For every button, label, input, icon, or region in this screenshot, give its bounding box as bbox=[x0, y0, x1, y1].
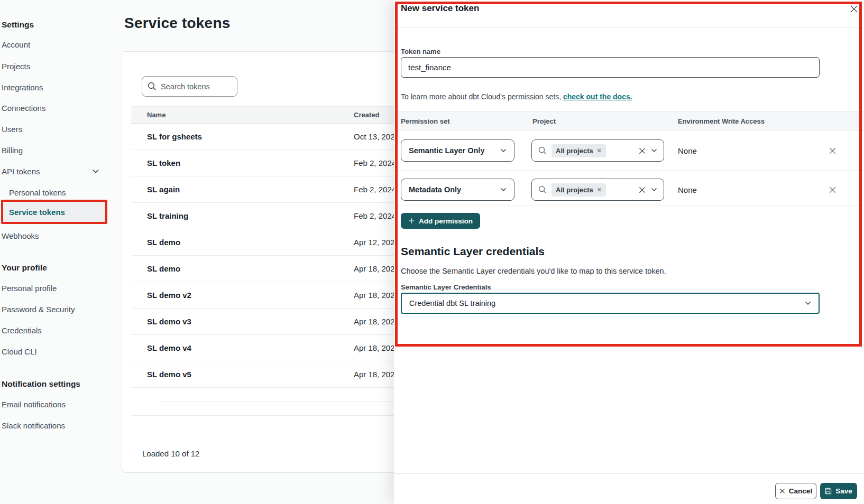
sidebar-item-projects[interactable]: Projects bbox=[2, 62, 30, 71]
docs-text: To learn more about dbt Cloud's permissi… bbox=[401, 92, 563, 101]
token-name-label: Token name bbox=[401, 48, 440, 55]
remove-permission-icon[interactable] bbox=[826, 184, 838, 195]
sidebar-item-webhooks[interactable]: Webhooks bbox=[2, 231, 39, 240]
column-header-environment-write-access: Environment Write Access bbox=[678, 117, 765, 125]
sidebar-item-service-tokens-label[interactable]: Service tokens bbox=[9, 208, 65, 217]
chevron-down-icon bbox=[500, 148, 507, 153]
sidebar-item-api-tokens-label: API tokens bbox=[2, 167, 40, 176]
project-multiselect[interactable]: All projects ✕ bbox=[531, 139, 664, 162]
sidebar-item-account[interactable]: Account bbox=[2, 40, 30, 49]
cancel-button[interactable]: Cancel bbox=[775, 483, 816, 499]
token-name-input[interactable] bbox=[401, 57, 820, 78]
save-button[interactable]: Save bbox=[820, 483, 857, 499]
drawer-title: New service token bbox=[401, 3, 479, 14]
sidebar-item-personal-profile[interactable]: Personal profile bbox=[2, 284, 57, 293]
project-chip: All projects ✕ bbox=[552, 144, 606, 157]
token-name: SL demo v5 bbox=[147, 370, 191, 379]
loaded-count: Loaded 10 of 12 bbox=[142, 449, 199, 458]
environment-write-access-value: None bbox=[678, 146, 697, 155]
settings-sidebar: Settings Account Projects Integrations C… bbox=[0, 0, 114, 504]
column-header-permission-set: Permission set bbox=[401, 117, 450, 125]
search-tokens-box[interactable] bbox=[142, 76, 237, 97]
sidebar-item-connections[interactable]: Connections bbox=[2, 104, 45, 113]
cancel-label: Cancel bbox=[789, 487, 812, 495]
search-icon bbox=[148, 82, 157, 91]
semantic-layer-credentials-value: Credential dbt SL training bbox=[409, 299, 495, 307]
search-tokens-input[interactable] bbox=[161, 82, 224, 91]
new-service-token-drawer: New service token Token name To learn mo… bbox=[394, 0, 864, 504]
divider bbox=[394, 473, 864, 474]
project-multiselect[interactable]: All projects ✕ bbox=[531, 179, 664, 201]
chip-remove-icon[interactable]: ✕ bbox=[597, 186, 602, 193]
column-header-project: Project bbox=[532, 117, 556, 125]
docs-line: To learn more about dbt Cloud's permissi… bbox=[401, 92, 632, 101]
sidebar-item-password-security[interactable]: Password & Security bbox=[2, 305, 75, 314]
semantic-layer-credentials-label: Semantic Layer Credentials bbox=[401, 283, 491, 291]
sidebar-heading-notification-settings: Notification settings bbox=[2, 379, 80, 389]
close-icon bbox=[779, 488, 785, 494]
sidebar-item-personal-tokens[interactable]: Personal tokens bbox=[9, 188, 66, 197]
save-icon bbox=[825, 488, 832, 494]
permission-set-value: Metadata Only bbox=[409, 185, 461, 194]
column-header-created: Created bbox=[354, 111, 379, 119]
environment-write-access-value: None bbox=[678, 185, 697, 194]
sidebar-item-billing[interactable]: Billing bbox=[2, 146, 23, 155]
divider bbox=[394, 205, 864, 206]
divider bbox=[394, 27, 864, 28]
token-name: SL demo v4 bbox=[147, 343, 191, 352]
sidebar-heading-settings: Settings bbox=[2, 20, 34, 30]
permission-set-select[interactable]: Metadata Only bbox=[401, 179, 514, 201]
chip-remove-icon[interactable]: ✕ bbox=[597, 147, 602, 154]
sidebar-item-users[interactable]: Users bbox=[2, 125, 22, 134]
sidebar-item-email-notifications[interactable]: Email notifications bbox=[2, 400, 66, 409]
permission-set-select[interactable]: Semantic Layer Only bbox=[401, 139, 514, 162]
docs-link[interactable]: check out the docs. bbox=[563, 92, 632, 101]
token-name: SL for gsheets bbox=[147, 132, 202, 141]
page-title: Service tokens bbox=[124, 15, 230, 32]
divider bbox=[394, 170, 864, 171]
project-chip-label: All projects bbox=[556, 147, 593, 155]
semantic-layer-credentials-select[interactable]: Credential dbt SL training bbox=[401, 293, 820, 314]
permission-table-header: Permission set Project Environment Write… bbox=[394, 111, 864, 130]
sidebar-heading-your-profile: Your profile bbox=[2, 263, 47, 273]
token-name: SL demo v3 bbox=[147, 317, 191, 326]
project-chip-label: All projects bbox=[556, 186, 593, 194]
project-chip: All projects ✕ bbox=[552, 183, 606, 197]
remove-permission-icon[interactable] bbox=[826, 145, 838, 156]
semantic-layer-credentials-heading: Semantic Layer credentials bbox=[401, 245, 545, 258]
chevron-down-icon bbox=[805, 301, 811, 305]
permission-set-value: Semantic Layer Only bbox=[409, 146, 484, 155]
token-name: SL demo v2 bbox=[147, 291, 191, 300]
clear-selection-icon[interactable] bbox=[638, 186, 646, 194]
token-name: SL demo bbox=[147, 238, 180, 247]
sidebar-item-api-tokens[interactable]: API tokens bbox=[2, 167, 40, 176]
close-icon[interactable] bbox=[848, 3, 860, 15]
save-label: Save bbox=[835, 487, 852, 495]
token-name: SL token bbox=[147, 158, 180, 167]
column-header-name: Name bbox=[147, 111, 166, 119]
sidebar-item-slack-notifications[interactable]: Slack notifications bbox=[2, 421, 65, 430]
chevron-down-icon bbox=[500, 188, 507, 192]
chevron-down-icon[interactable] bbox=[651, 188, 657, 192]
token-name: SL again bbox=[147, 185, 180, 194]
add-permission-button[interactable]: Add permission bbox=[401, 213, 480, 229]
sidebar-item-credentials[interactable]: Credentials bbox=[2, 326, 42, 335]
chevron-down-icon[interactable] bbox=[651, 148, 657, 153]
semantic-layer-credentials-description: Choose the Semantic Layer credentials yo… bbox=[401, 267, 666, 275]
chevron-down-icon[interactable] bbox=[92, 169, 99, 174]
search-icon bbox=[538, 185, 547, 194]
sidebar-item-integrations[interactable]: Integrations bbox=[2, 83, 43, 92]
sidebar-item-cloud-cli[interactable]: Cloud CLI bbox=[2, 347, 37, 356]
token-name: SL demo bbox=[147, 264, 180, 273]
add-permission-label: Add permission bbox=[419, 217, 473, 225]
plus-icon bbox=[408, 218, 415, 224]
token-name: SL training bbox=[147, 211, 188, 220]
clear-selection-icon[interactable] bbox=[638, 147, 646, 155]
search-icon bbox=[538, 146, 547, 155]
